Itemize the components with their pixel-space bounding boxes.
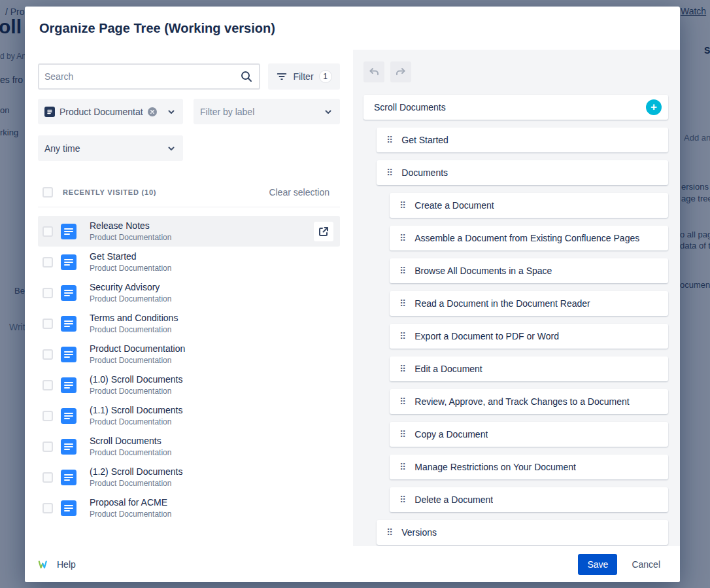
tree-node-row[interactable]: ⠿ Export a Document to PDF or Word: [390, 324, 668, 349]
item-checkbox[interactable]: [42, 288, 53, 298]
search-icon: [240, 70, 253, 83]
tree-node-title: Export a Document to PDF or Word: [414, 331, 559, 341]
undo-button[interactable]: [363, 61, 384, 82]
page-tree-panel: Scroll Documents + ⠿ Get Started ⠿ Docum…: [353, 50, 680, 546]
tree-node-row[interactable]: ⠿ Edit a Document: [390, 356, 668, 381]
chevron-down-icon: [166, 143, 177, 154]
open-page-button[interactable]: [314, 222, 333, 241]
item-text: Release Notes Product Documentation: [90, 220, 171, 243]
redo-button[interactable]: [390, 61, 411, 82]
time-filter-select[interactable]: Any time: [38, 135, 183, 161]
search-input[interactable]: [39, 65, 259, 88]
help-label: Help: [57, 559, 76, 570]
item-checkbox[interactable]: [42, 441, 53, 452]
tree-node-row[interactable]: ⠿ Copy a Document: [390, 422, 668, 447]
plus-icon: +: [651, 101, 657, 112]
drag-handle-icon[interactable]: ⠿: [386, 527, 393, 538]
clear-selection-link[interactable]: Clear selection: [269, 187, 340, 198]
tree-node-row[interactable]: ⠿ Get Started: [377, 128, 668, 152]
dialog-body: Filter 1 Product Documentat: [25, 50, 680, 546]
tree-node-row[interactable]: ⠿ Browse All Documents in a Space: [390, 258, 668, 283]
item-title: (1.2) Scroll Documents: [90, 466, 182, 478]
dialog-footer: Help Save Cancel: [25, 546, 680, 582]
list-item[interactable]: Release Notes Product Documentation: [38, 216, 340, 247]
drag-handle-icon[interactable]: ⠿: [399, 494, 406, 505]
external-link-icon: [317, 225, 330, 238]
item-checkbox[interactable]: [42, 503, 53, 513]
item-title: Security Advisory: [90, 281, 171, 294]
drag-handle-icon[interactable]: ⠿: [399, 200, 406, 211]
drag-handle-icon[interactable]: ⠿: [386, 135, 393, 145]
item-subtitle: Product Documentation: [90, 417, 182, 427]
page-icon: [61, 316, 76, 332]
item-checkbox[interactable]: [42, 380, 53, 390]
list-item[interactable]: Security Advisory Product Documentation: [38, 277, 340, 308]
tree-node-row[interactable]: ⠿ Manage Restrictions on Your Document: [390, 455, 668, 479]
drag-handle-icon[interactable]: ⠿: [399, 462, 406, 472]
item-title: Release Notes: [90, 220, 171, 232]
space-filter-select[interactable]: Product Documentat: [38, 99, 183, 124]
filter-dropdown-row: Product Documentat Filter by label: [38, 99, 340, 124]
item-subtitle: Product Documentation: [90, 294, 171, 304]
tree-node-row[interactable]: ⠿ Read a Document in the Document Reader: [390, 291, 668, 316]
tree-node-row[interactable]: ⠿ Versions: [377, 520, 668, 545]
list-item[interactable]: (1.1) Scroll Documents Product Documenta…: [38, 400, 340, 431]
item-text: Security Advisory Product Documentation: [90, 281, 171, 304]
item-subtitle: Product Documentation: [90, 232, 171, 243]
list-item[interactable]: Scroll Documents Product Documentation: [38, 431, 340, 462]
item-checkbox[interactable]: [42, 411, 53, 421]
item-subtitle: Product Documentation: [90, 478, 182, 489]
tree-node-title: Review, Approve, and Track Changes to a …: [414, 396, 629, 407]
item-checkbox[interactable]: [42, 349, 53, 360]
list-item[interactable]: Get Started Product Documentation: [38, 247, 340, 277]
tree-node-row[interactable]: ⠿ Documents: [377, 160, 668, 185]
tree-node-row[interactable]: ⠿ Review, Approve, and Track Changes to …: [390, 389, 668, 414]
redo-icon: [394, 65, 407, 78]
tree-node-title: Edit a Document: [414, 364, 482, 374]
select-all-checkbox[interactable]: [42, 187, 53, 198]
list-header-row: RECENTLY VISITED (10) Clear selection: [38, 186, 340, 199]
tree-node-row[interactable]: ⠿ Assemble a Document from Existing Conf…: [390, 226, 668, 251]
list-item[interactable]: (1.0) Scroll Documents Product Documenta…: [38, 370, 340, 400]
item-text: Get Started Product Documentation: [90, 251, 171, 273]
drag-handle-icon[interactable]: ⠿: [399, 429, 406, 440]
list-item[interactable]: Product Documentation Product Documentat…: [38, 339, 340, 370]
label-filter-select[interactable]: Filter by label: [194, 99, 340, 124]
drag-handle-icon[interactable]: ⠿: [399, 364, 406, 374]
drag-handle-icon[interactable]: ⠿: [399, 233, 406, 243]
drag-handle-icon[interactable]: ⠿: [399, 331, 406, 341]
item-text: Product Documentation Product Documentat…: [90, 343, 185, 366]
item-text: Proposal for ACME Product Documentation: [90, 496, 171, 519]
tree-node-title: Create a Document: [414, 200, 494, 211]
tree-root-row[interactable]: Scroll Documents +: [363, 95, 668, 120]
drag-handle-icon[interactable]: ⠿: [399, 266, 406, 276]
drag-handle-icon[interactable]: ⠿: [399, 396, 406, 407]
chevron-down-icon: [323, 107, 333, 117]
list-item[interactable]: Terms and Conditions Product Documentati…: [38, 308, 340, 339]
item-checkbox[interactable]: [42, 472, 53, 483]
item-subtitle: Product Documentation: [90, 355, 185, 366]
item-checkbox[interactable]: [42, 257, 53, 268]
help-link[interactable]: Help: [38, 559, 76, 570]
tree-node-row[interactable]: ⠿ Delete a Document: [390, 487, 668, 512]
tree-node-title: Manage Restrictions on Your Document: [414, 462, 576, 472]
drag-handle-icon[interactable]: ⠿: [386, 167, 393, 178]
space-icon: [44, 107, 55, 117]
item-checkbox[interactable]: [42, 226, 53, 237]
filter-button[interactable]: Filter 1: [268, 63, 340, 90]
add-page-button[interactable]: +: [646, 99, 662, 115]
tree-node-title: Documents: [401, 167, 448, 178]
tree-node-title: Get Started: [401, 135, 448, 145]
list-section-title: RECENTLY VISITED (10): [63, 188, 156, 196]
remove-space-filter-icon[interactable]: [148, 107, 157, 116]
item-text: (1.2) Scroll Documents Product Documenta…: [90, 466, 182, 489]
cancel-button[interactable]: Cancel: [625, 554, 667, 575]
drag-handle-icon[interactable]: ⠿: [399, 298, 406, 309]
list-item[interactable]: (1.2) Scroll Documents Product Documenta…: [38, 462, 340, 493]
save-button[interactable]: Save: [578, 554, 617, 575]
item-checkbox[interactable]: [42, 319, 53, 329]
page-icon: [61, 224, 76, 239]
tree-node-title: Copy a Document: [414, 429, 488, 440]
list-item[interactable]: Proposal for ACME Product Documentation: [38, 493, 340, 523]
tree-node-row[interactable]: ⠿ Create a Document: [390, 193, 668, 218]
